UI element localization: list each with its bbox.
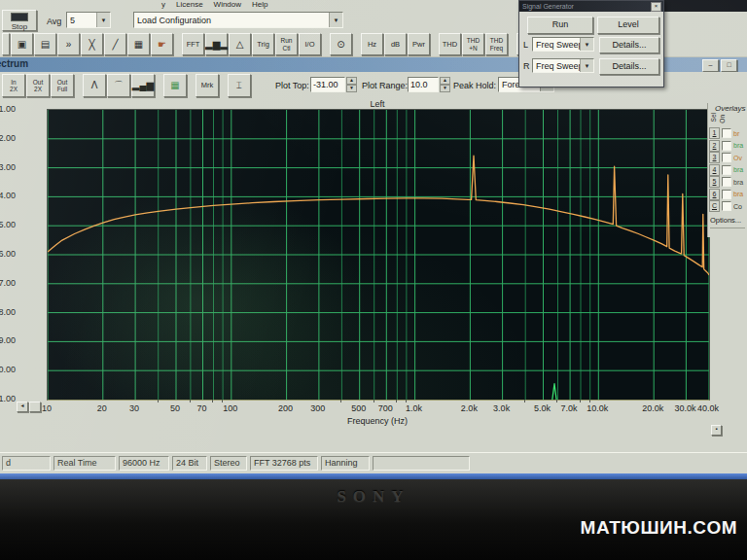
menu-item-help[interactable]: Help [252, 0, 267, 10]
menu-item-y[interactable]: y [161, 0, 165, 10]
chevron-down-icon[interactable]: ▼ [96, 13, 110, 27]
left-signal-dropdown[interactable]: Freq Sweep ▼ [532, 37, 594, 52]
on-column-header: On [719, 115, 726, 123]
spectrum-view-button[interactable]: ▂▆▂ [205, 33, 228, 55]
plot-top-field[interactable]: -31.00 [310, 77, 345, 92]
scroll-left-icon[interactable]: ◂ [17, 402, 28, 412]
smooth-curve-button[interactable]: ⌒ [107, 74, 130, 97]
peak-curve-button[interactable]: Λ [83, 74, 106, 97]
menu-item-license[interactable]: License [176, 0, 203, 10]
thd-n-button-label: +N [469, 45, 478, 52]
zoom-in-2x-button[interactable]: In2X [2, 74, 25, 97]
zoom-full-button[interactable]: OutFull [51, 74, 74, 97]
hz-units-button[interactable]: Hz [361, 33, 383, 55]
overlays-title: Overlays [715, 104, 747, 113]
close-icon[interactable]: × [651, 2, 661, 12]
fft-button[interactable]: FFT [182, 33, 204, 55]
fast-forward-button[interactable]: » [57, 33, 80, 55]
db-units-button-label: dB [391, 41, 400, 49]
x-tick-mark [589, 400, 590, 402]
chevron-down-icon[interactable]: ▼ [329, 13, 342, 27]
overlay-checkbox-4[interactable] [722, 165, 731, 175]
display-options-button[interactable]: ▦ [163, 74, 187, 97]
overlay-row: 6bra [708, 189, 747, 201]
overlay-checkbox-C[interactable] [722, 201, 731, 211]
level-button[interactable]: Level [597, 17, 659, 34]
overlay-checkbox-1[interactable] [722, 128, 731, 138]
io-button[interactable]: I/O [299, 33, 321, 55]
power-button[interactable]: Pwr [408, 33, 430, 55]
print-button-glyph: ▤ [41, 40, 50, 50]
db-units-button[interactable]: dB [384, 33, 407, 55]
print-button[interactable]: ▤ [34, 33, 56, 55]
waveform-button[interactable]: ╱ [104, 33, 126, 55]
zoom-in-2x-button-label: In [11, 79, 16, 86]
fft-button-label: FFT [187, 41, 200, 49]
overlay-key-button-2[interactable]: 2 [709, 140, 720, 152]
plot-range-field[interactable]: 10.0 [408, 77, 439, 92]
overlay-key-button-4[interactable]: 4 [709, 164, 720, 176]
avg-dropdown[interactable]: 5 ▼ [66, 12, 111, 28]
plot-range-spinner[interactable]: ▲▼ [440, 77, 450, 92]
right-signal-dropdown[interactable]: Freq Sweep ▼ [532, 58, 594, 73]
plot-corner-button[interactable]: ▪ [711, 425, 722, 436]
overlay-key-button-6[interactable]: 6 [709, 189, 720, 200]
plot-top-spinner[interactable]: ▲▼ [346, 77, 357, 92]
bar-display-button[interactable]: ▂▄▆ [131, 74, 155, 97]
thd-n-button[interactable]: THD+N [462, 33, 484, 55]
chevron-down-icon[interactable]: ▼ [580, 38, 593, 51]
overlay-key-button-3[interactable]: 3 [709, 152, 720, 163]
stop-button-label: Stop [12, 22, 27, 31]
signal-generator-title: Signal Generator [522, 3, 574, 10]
toolbar-group: ▣▤»╳╱▦☛ [2, 33, 174, 55]
x-tick-label: 40.0k [697, 403, 719, 413]
clipped-button[interactable] [2, 33, 10, 55]
y-tick-label: -38.00 [0, 307, 16, 317]
right-details-button[interactable]: Details... [599, 58, 659, 75]
overlay-key-button-C[interactable]: C [709, 200, 720, 212]
x-tick-label: 50 [170, 403, 180, 413]
marker-button[interactable]: Mrk [196, 74, 219, 97]
window-controls: – □ [702, 59, 737, 72]
chevron-down-icon[interactable]: ▼ [580, 59, 593, 72]
overlay-checkbox-5[interactable] [722, 177, 731, 187]
save-button[interactable]: ▣ [11, 33, 33, 55]
stop-button[interactable]: Stop [2, 10, 37, 31]
x-tick-label: 500 [351, 403, 366, 413]
x-tick-mark [556, 400, 557, 402]
overlay-label: Ov [733, 155, 747, 161]
y-tick-label: -32.00 [0, 133, 16, 143]
y-tick-label: -35.00 [0, 220, 16, 229]
cursor-ibeam-button[interactable]: ⌶ [228, 74, 251, 97]
maximize-icon[interactable]: □ [721, 59, 737, 72]
overlay-checkbox-6[interactable] [722, 190, 731, 199]
overlays-options-link[interactable]: Options... [710, 216, 745, 228]
zoom-out-2x-button[interactable]: Out2X [26, 74, 50, 97]
status-cell: FFT 32768 pts [250, 456, 318, 471]
overlay-key-button-1[interactable]: 1 [709, 127, 720, 139]
run-control-button[interactable]: RunCtl [275, 33, 298, 55]
scroll-thumb[interactable] [29, 402, 41, 412]
left-details-button[interactable]: Details... [599, 37, 659, 53]
delta-button[interactable]: △ [229, 33, 251, 55]
minimize-icon[interactable]: – [702, 59, 719, 72]
pointer-button-glyph: ☛ [158, 40, 166, 50]
thd-button[interactable]: THD [439, 33, 461, 55]
bar-display-button-glyph: ▂▄▆ [132, 81, 154, 90]
generator-button[interactable]: ⊙ [330, 33, 352, 55]
menu-item-window[interactable]: Window [214, 0, 241, 10]
thd-n-button-label: THD [467, 37, 480, 44]
mixer-button[interactable]: ╳ [81, 33, 103, 55]
load-configuration-dropdown[interactable]: Load Configuration ▼ [133, 12, 343, 28]
dither-button[interactable]: ▦ [127, 33, 150, 55]
trigger-button[interactable]: Trig [252, 33, 274, 55]
fast-forward-button-glyph: » [66, 40, 72, 50]
thd-freq-button[interactable]: THDFreq [485, 33, 508, 55]
signal-generator-titlebar[interactable]: Signal Generator × [519, 1, 663, 12]
overlay-checkbox-3[interactable] [722, 153, 731, 162]
pointer-button[interactable]: ☛ [151, 33, 173, 55]
overlay-checkbox-2[interactable] [722, 141, 731, 151]
run-button[interactable]: Run [527, 17, 593, 34]
spectrum-plot[interactable] [47, 109, 710, 401]
overlay-key-button-5[interactable]: 5 [709, 176, 720, 188]
